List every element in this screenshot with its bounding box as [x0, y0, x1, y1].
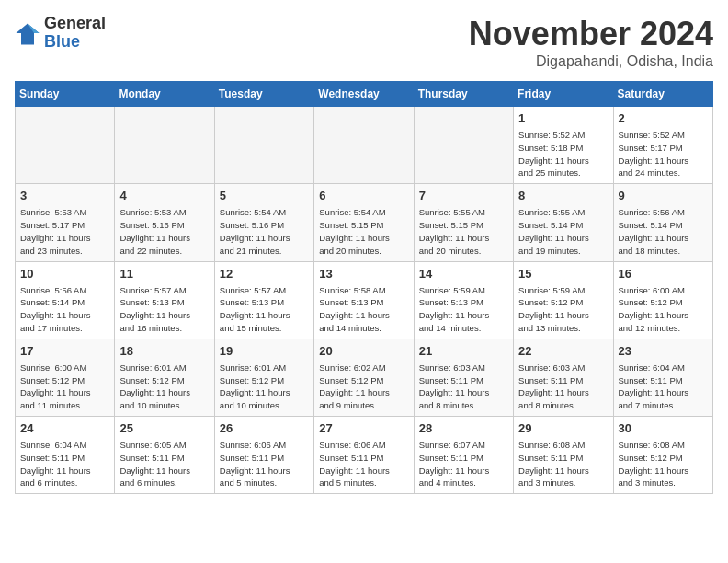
day-info: Sunrise: 5:56 AM Sunset: 5:14 PM Dayligh…	[619, 206, 708, 257]
day-number: 3	[20, 188, 109, 204]
day-cell: 1Sunrise: 5:52 AM Sunset: 5:18 PM Daylig…	[514, 107, 613, 184]
day-info: Sunrise: 5:52 AM Sunset: 5:17 PM Dayligh…	[619, 129, 708, 179]
day-number: 28	[419, 420, 508, 437]
day-number: 29	[518, 420, 608, 437]
weekday-thursday: Thursday	[414, 82, 513, 107]
day-number: 7	[419, 188, 508, 204]
day-cell: 4Sunrise: 5:53 AM Sunset: 5:16 PM Daylig…	[115, 184, 214, 261]
day-number: 4	[119, 188, 209, 204]
day-cell	[414, 107, 513, 184]
logo: General Blue	[15, 15, 106, 52]
day-info: Sunrise: 5:53 AM Sunset: 5:17 PM Dayligh…	[20, 206, 109, 257]
day-info: Sunrise: 5:53 AM Sunset: 5:16 PM Dayligh…	[119, 206, 209, 257]
day-cell: 20Sunrise: 6:02 AM Sunset: 5:12 PM Dayli…	[314, 339, 414, 416]
day-cell: 11Sunrise: 5:57 AM Sunset: 5:13 PM Dayli…	[115, 261, 214, 339]
day-number: 15	[518, 266, 608, 282]
weekday-wednesday: Wednesday	[314, 82, 414, 107]
day-number: 18	[119, 343, 209, 360]
day-info: Sunrise: 5:56 AM Sunset: 5:14 PM Dayligh…	[20, 284, 109, 335]
day-info: Sunrise: 5:57 AM Sunset: 5:13 PM Dayligh…	[119, 284, 209, 335]
day-info: Sunrise: 6:02 AM Sunset: 5:12 PM Dayligh…	[319, 362, 408, 412]
week-row-5: 24Sunrise: 6:04 AM Sunset: 5:11 PM Dayli…	[16, 417, 713, 494]
day-cell: 19Sunrise: 6:01 AM Sunset: 5:12 PM Dayli…	[214, 339, 313, 416]
day-cell: 14Sunrise: 5:59 AM Sunset: 5:13 PM Dayli…	[414, 261, 513, 339]
day-number: 21	[419, 343, 508, 360]
day-cell: 6Sunrise: 5:54 AM Sunset: 5:15 PM Daylig…	[314, 184, 414, 261]
weekday-sunday: Sunday	[16, 82, 115, 107]
weekday-saturday: Saturday	[613, 82, 712, 107]
day-number: 27	[319, 420, 408, 437]
day-info: Sunrise: 6:00 AM Sunset: 5:12 PM Dayligh…	[20, 362, 109, 412]
day-cell: 8Sunrise: 5:55 AM Sunset: 5:14 PM Daylig…	[514, 184, 613, 261]
day-cell: 3Sunrise: 5:53 AM Sunset: 5:17 PM Daylig…	[16, 184, 115, 261]
week-row-1: 1Sunrise: 5:52 AM Sunset: 5:18 PM Daylig…	[16, 107, 713, 184]
calendar-table: SundayMondayTuesdayWednesdayThursdayFrid…	[15, 81, 713, 494]
day-cell: 15Sunrise: 5:59 AM Sunset: 5:12 PM Dayli…	[514, 261, 613, 339]
day-number: 12	[220, 266, 309, 282]
day-info: Sunrise: 6:06 AM Sunset: 5:11 PM Dayligh…	[319, 439, 408, 489]
day-cell: 22Sunrise: 6:03 AM Sunset: 5:11 PM Dayli…	[514, 339, 613, 416]
day-info: Sunrise: 5:54 AM Sunset: 5:16 PM Dayligh…	[220, 206, 309, 257]
day-info: Sunrise: 6:07 AM Sunset: 5:11 PM Dayligh…	[419, 439, 508, 489]
day-cell: 12Sunrise: 5:57 AM Sunset: 5:13 PM Dayli…	[214, 261, 313, 339]
day-cell: 17Sunrise: 6:00 AM Sunset: 5:12 PM Dayli…	[16, 339, 115, 416]
day-number: 10	[20, 266, 109, 282]
day-cell: 9Sunrise: 5:56 AM Sunset: 5:14 PM Daylig…	[613, 184, 712, 261]
day-number: 23	[619, 343, 708, 360]
day-cell: 21Sunrise: 6:03 AM Sunset: 5:11 PM Dayli…	[414, 339, 513, 416]
day-info: Sunrise: 5:57 AM Sunset: 5:13 PM Dayligh…	[220, 284, 309, 335]
day-cell: 23Sunrise: 6:04 AM Sunset: 5:11 PM Dayli…	[613, 339, 712, 416]
month-year: November 2024	[469, 15, 713, 53]
day-info: Sunrise: 6:03 AM Sunset: 5:11 PM Dayligh…	[419, 362, 508, 412]
day-cell: 13Sunrise: 5:58 AM Sunset: 5:13 PM Dayli…	[314, 261, 414, 339]
day-cell: 10Sunrise: 5:56 AM Sunset: 5:14 PM Dayli…	[16, 261, 115, 339]
week-row-2: 3Sunrise: 5:53 AM Sunset: 5:17 PM Daylig…	[16, 184, 713, 261]
day-number: 1	[518, 110, 608, 127]
day-cell	[16, 107, 115, 184]
day-cell: 7Sunrise: 5:55 AM Sunset: 5:15 PM Daylig…	[414, 184, 513, 261]
day-info: Sunrise: 6:01 AM Sunset: 5:12 PM Dayligh…	[220, 362, 309, 412]
day-info: Sunrise: 6:00 AM Sunset: 5:12 PM Dayligh…	[619, 284, 708, 335]
day-number: 17	[20, 343, 109, 360]
day-cell: 2Sunrise: 5:52 AM Sunset: 5:17 PM Daylig…	[613, 107, 712, 184]
weekday-tuesday: Tuesday	[214, 82, 313, 107]
day-number: 16	[619, 266, 708, 282]
day-info: Sunrise: 5:59 AM Sunset: 5:12 PM Dayligh…	[518, 284, 608, 335]
logo-general: General	[44, 15, 106, 33]
day-info: Sunrise: 6:08 AM Sunset: 5:12 PM Dayligh…	[619, 439, 708, 489]
day-number: 22	[518, 343, 608, 360]
day-number: 24	[20, 420, 109, 437]
day-number: 13	[319, 266, 408, 282]
day-number: 19	[220, 343, 309, 360]
day-number: 6	[319, 188, 408, 204]
page-header: General Blue November 2024 Digapahandi, …	[15, 15, 713, 70]
day-number: 14	[419, 266, 508, 282]
day-number: 11	[119, 266, 209, 282]
day-info: Sunrise: 5:52 AM Sunset: 5:18 PM Dayligh…	[518, 129, 608, 179]
day-number: 25	[119, 420, 209, 437]
day-cell: 16Sunrise: 6:00 AM Sunset: 5:12 PM Dayli…	[613, 261, 712, 339]
day-number: 9	[619, 188, 708, 204]
day-info: Sunrise: 6:08 AM Sunset: 5:11 PM Dayligh…	[518, 439, 608, 489]
svg-marker-1	[16, 23, 39, 44]
day-cell: 18Sunrise: 6:01 AM Sunset: 5:12 PM Dayli…	[115, 339, 214, 416]
day-number: 2	[619, 110, 708, 127]
day-number: 5	[220, 188, 309, 204]
day-info: Sunrise: 6:04 AM Sunset: 5:11 PM Dayligh…	[619, 362, 708, 412]
week-row-3: 10Sunrise: 5:56 AM Sunset: 5:14 PM Dayli…	[16, 261, 713, 339]
day-info: Sunrise: 5:55 AM Sunset: 5:14 PM Dayligh…	[518, 206, 608, 257]
day-cell: 28Sunrise: 6:07 AM Sunset: 5:11 PM Dayli…	[414, 417, 513, 494]
day-cell: 5Sunrise: 5:54 AM Sunset: 5:16 PM Daylig…	[214, 184, 313, 261]
logo-text: General Blue	[44, 15, 106, 52]
day-cell	[314, 107, 414, 184]
day-info: Sunrise: 6:01 AM Sunset: 5:12 PM Dayligh…	[119, 362, 209, 412]
day-cell: 30Sunrise: 6:08 AM Sunset: 5:12 PM Dayli…	[613, 417, 712, 494]
day-info: Sunrise: 6:03 AM Sunset: 5:11 PM Dayligh…	[518, 362, 608, 412]
day-cell	[115, 107, 214, 184]
logo-icon	[15, 20, 40, 46]
day-cell: 24Sunrise: 6:04 AM Sunset: 5:11 PM Dayli…	[16, 417, 115, 494]
day-info: Sunrise: 5:55 AM Sunset: 5:15 PM Dayligh…	[419, 206, 508, 257]
day-number: 30	[619, 420, 708, 437]
weekday-friday: Friday	[514, 82, 613, 107]
logo-blue: Blue	[44, 33, 106, 52]
